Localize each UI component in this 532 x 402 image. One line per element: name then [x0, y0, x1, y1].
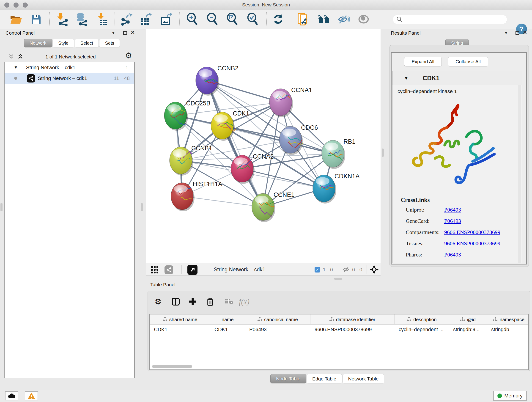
column-header-description[interactable]: description	[394, 314, 449, 324]
column-header-@id[interactable]: @id	[449, 314, 487, 324]
network-node[interactable]	[196, 67, 219, 96]
crosslink-link[interactable]: P06493	[444, 252, 461, 258]
results-scrollbar[interactable]	[518, 85, 521, 263]
table-cell[interactable]: P06493	[245, 325, 310, 335]
export-image-button[interactable]	[159, 12, 173, 27]
network-options-gear-icon[interactable]: ⚙	[125, 51, 132, 60]
create-column-button[interactable]	[187, 296, 199, 307]
open-session-button[interactable]	[9, 12, 22, 27]
warning-status-button[interactable]	[25, 391, 38, 400]
network-node[interactable]	[170, 147, 193, 176]
crosslink-link[interactable]: 9606.ENSP00000378699	[444, 240, 500, 247]
memory-button[interactable]: Memory	[493, 391, 527, 401]
shared-column-icon	[407, 317, 411, 322]
tab-select[interactable]: Select	[75, 39, 99, 47]
network-from-clipboard-button[interactable]	[297, 12, 310, 27]
network-collection-row[interactable]: ▼ String Network – cdk1 1	[5, 62, 134, 73]
network-node[interactable]	[171, 183, 195, 211]
column-header-namespace[interactable]: namespace	[487, 314, 529, 324]
column-header-name[interactable]: name	[210, 314, 245, 324]
table-cell[interactable]: stringdb:9...	[449, 325, 487, 335]
delete-column-button[interactable]	[204, 296, 216, 307]
table-cell[interactable]: CDK1	[210, 325, 245, 335]
delete-table-button[interactable]	[223, 296, 235, 307]
crosslink-link[interactable]: 9606.ENSP00000378699	[444, 229, 500, 235]
network-row[interactable]: String Network – cdk1 11 48	[5, 73, 134, 84]
export-network-button[interactable]	[120, 12, 133, 27]
table-cell[interactable]: stringdb	[487, 325, 529, 335]
control-panel-menu-icon[interactable]: ▾	[112, 30, 114, 36]
collection-expand-triangle[interactable]: ▼	[14, 65, 18, 70]
results-panel-float-icon[interactable]	[515, 31, 519, 35]
import-network-database-button[interactable]	[75, 12, 88, 27]
zoom-out-button[interactable]	[206, 12, 219, 27]
table-cell[interactable]: CDK1	[150, 325, 210, 335]
shared-column-icon	[258, 317, 262, 322]
table-horizontal-scrollbar[interactable]	[152, 365, 526, 368]
node-label: CCNB1	[191, 145, 212, 152]
export-table-button[interactable]	[139, 12, 152, 27]
column-header-database-identifier[interactable]: database identifier	[310, 314, 394, 324]
network-node[interactable]	[322, 140, 345, 169]
network-edge[interactable]	[207, 80, 263, 207]
column-header-shared-name[interactable]: shared name	[150, 314, 210, 324]
network-node[interactable]	[269, 89, 293, 117]
zoom-fit-icon	[226, 13, 238, 26]
network-node[interactable]	[231, 155, 254, 184]
crosslink-link[interactable]: P06493	[444, 207, 461, 213]
column-header-canonical-name[interactable]: canonical name	[245, 314, 310, 324]
scrollbar-thumb[interactable]	[152, 365, 192, 368]
gene-expand-triangle[interactable]: ▼	[404, 76, 409, 81]
results-panel-menu-icon[interactable]: ▾	[505, 30, 507, 36]
selected-checkbox-icon[interactable]: ✓	[315, 267, 320, 273]
grid-view-icon[interactable]	[151, 266, 158, 274]
tab-edge-table[interactable]: Edge Table	[307, 374, 342, 383]
tab-network-table[interactable]: Network Table	[342, 374, 385, 383]
network-node[interactable]	[252, 193, 275, 222]
network-results-splitter[interactable]	[382, 148, 384, 157]
hidden-counter: 0 - 0	[352, 267, 362, 273]
import-network-file-button[interactable]	[56, 12, 69, 27]
function-builder-button[interactable]: f(x)	[238, 296, 250, 307]
import-table-file-button[interactable]	[96, 12, 109, 27]
zoom-selected-button[interactable]	[246, 12, 259, 27]
table-cell[interactable]: cyclin–dependent ...	[394, 325, 449, 335]
control-network-splitter[interactable]	[141, 203, 143, 211]
string-view-icon[interactable]	[165, 265, 173, 274]
results-panel-close-icon[interactable]: ✕	[523, 30, 527, 36]
tab-sets[interactable]: Sets	[99, 39, 120, 47]
zoom-in-button[interactable]	[186, 12, 199, 27]
network-canvas[interactable]: CCNB2CCNA1CDC25BCDK1CDC6RB1CCNB1CCNA2CDK…	[146, 29, 380, 263]
search-box[interactable]	[393, 15, 507, 24]
control-panel-close-icon[interactable]: ✕	[131, 30, 135, 36]
expand-all-button[interactable]: Expand All	[404, 57, 442, 66]
export-table-icon	[139, 13, 152, 26]
table-row[interactable]: CDK1CDK1P064939606.ENSP00000378699cyclin…	[150, 325, 528, 335]
expand-all-icon[interactable]	[17, 54, 23, 60]
collapse-all-icon[interactable]	[8, 54, 14, 60]
show-all-button[interactable]	[357, 12, 370, 27]
save-session-button[interactable]	[30, 12, 43, 27]
hide-selected-button[interactable]	[337, 12, 350, 27]
network-node[interactable]	[313, 175, 336, 204]
table-cell[interactable]: 9606.ENSP00000378699	[310, 325, 394, 335]
tab-network[interactable]: Network	[24, 39, 52, 47]
left-edge-splitter[interactable]	[0, 203, 2, 211]
collapse-all-button[interactable]: Collapse All	[448, 57, 488, 66]
crosslink-link[interactable]: P06493	[444, 218, 461, 224]
toolbar-separator	[266, 12, 267, 26]
tab-style[interactable]: Style	[52, 39, 74, 47]
show-columns-button[interactable]	[170, 296, 182, 307]
zoom-fit-button[interactable]	[226, 12, 239, 27]
refresh-view-button[interactable]	[272, 12, 285, 27]
tab-node-table[interactable]: Node Table	[270, 374, 306, 383]
open-view-icon[interactable]	[187, 265, 197, 275]
gene-section-header[interactable]: ▼ CDK1	[392, 71, 522, 85]
cloud-status-button[interactable]	[5, 391, 18, 400]
table-options-button[interactable]: ⚙	[152, 296, 164, 307]
control-panel-float-icon[interactable]	[123, 31, 127, 35]
network-table-splitter[interactable]	[334, 278, 342, 280]
search-input[interactable]	[405, 17, 503, 22]
pan-crosshair-icon[interactable]	[369, 265, 379, 274]
first-neighbors-button[interactable]	[317, 12, 330, 27]
